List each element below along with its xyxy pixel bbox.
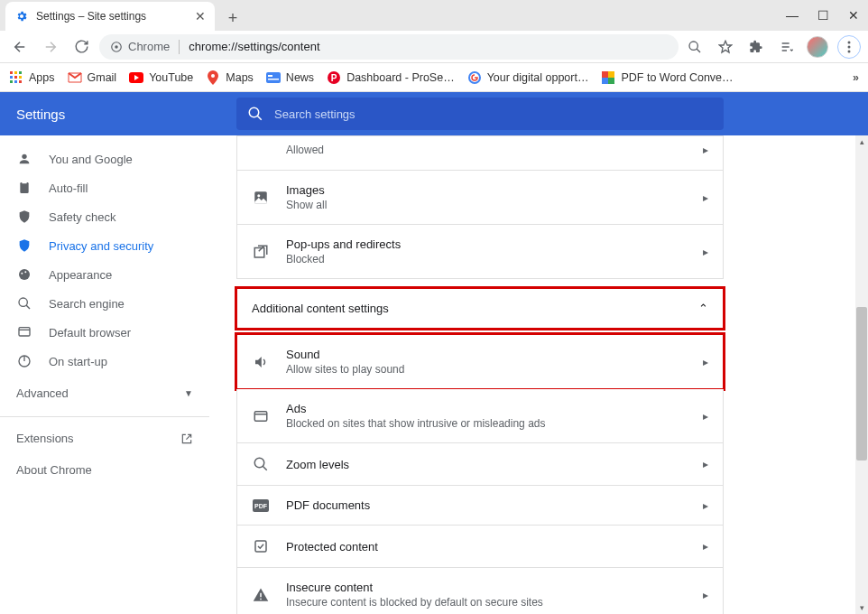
svg-rect-25 — [602, 78, 608, 84]
bookmark-digital[interactable]: Your digital opport… — [467, 70, 589, 85]
setting-row-insecure[interactable]: Insecure contentInsecure content is bloc… — [236, 568, 724, 614]
setting-row-images[interactable]: ImagesShow all ▸ — [236, 171, 724, 225]
bookmark-pdf[interactable]: PDF to Word Conve… — [601, 70, 733, 85]
sound-icon — [252, 354, 270, 370]
gear-icon — [14, 9, 29, 23]
sidebar-item-autofill[interactable]: Auto-fill — [0, 173, 209, 202]
warning-icon — [252, 587, 270, 603]
svg-rect-14 — [19, 80, 22, 83]
bookmark-apps[interactable]: Apps — [9, 70, 55, 85]
sidebar-item-privacy[interactable]: Privacy and security — [0, 231, 209, 260]
sidebar-advanced-toggle[interactable]: Advanced▼ — [0, 376, 209, 411]
svg-point-32 — [21, 273, 23, 274]
sidebar-item-appearance[interactable]: Appearance — [0, 260, 209, 289]
image-icon — [252, 190, 270, 206]
minimize-button[interactable]: — — [785, 8, 799, 23]
sidebar-extensions-link[interactable]: Extensions — [0, 423, 209, 454]
address-bar[interactable]: Chrome chrome://settings/content — [99, 34, 679, 60]
chevron-right-icon: ▸ — [703, 144, 708, 156]
browser-tab[interactable]: Settings – Site settings ✕ — [5, 2, 215, 31]
pdf-doc-icon: PDF — [252, 499, 270, 512]
bookmark-gmail[interactable]: Gmail — [68, 70, 117, 85]
svg-rect-39 — [254, 247, 264, 257]
svg-rect-17 — [266, 72, 281, 83]
protected-icon — [252, 538, 270, 554]
sidebar-about-link[interactable]: About Chrome — [0, 454, 209, 486]
youtube-icon — [129, 70, 143, 85]
svg-point-33 — [24, 271, 26, 273]
svg-point-27 — [249, 107, 259, 117]
bookmark-star-icon[interactable] — [715, 36, 736, 58]
chevron-right-icon: ▸ — [703, 246, 708, 258]
maximize-button[interactable]: ☐ — [816, 8, 830, 23]
maps-icon — [206, 70, 220, 85]
svg-rect-30 — [22, 181, 26, 184]
bookmark-maps[interactable]: Maps — [206, 70, 254, 85]
svg-rect-44 — [255, 541, 266, 552]
chevron-right-icon: ▸ — [703, 458, 708, 470]
sidebar-item-default-browser[interactable]: Default browser — [0, 318, 209, 347]
svg-rect-24 — [608, 71, 614, 78]
bookmarks-bar: Apps Gmail YouTube Maps News PDashboard … — [0, 63, 868, 92]
chevron-right-icon: ▸ — [703, 356, 708, 368]
new-tab-button[interactable]: + — [220, 5, 245, 31]
setting-row-pdf[interactable]: PDF PDF documents ▸ — [236, 486, 724, 526]
svg-point-2 — [689, 42, 697, 50]
profile-avatar[interactable] — [807, 36, 828, 58]
svg-rect-6 — [10, 71, 13, 74]
search-icon — [247, 106, 263, 122]
setting-row-zoom[interactable]: Zoom levels ▸ — [236, 443, 724, 486]
svg-point-4 — [848, 45, 851, 48]
bookmark-news[interactable]: News — [266, 70, 314, 85]
chevron-right-icon: ▸ — [703, 499, 708, 512]
back-button[interactable] — [7, 34, 32, 60]
zoom-icon — [252, 456, 270, 472]
setting-row-ads[interactable]: AdsBlocked on sites that show intrusive … — [236, 389, 724, 443]
svg-point-1 — [115, 45, 118, 49]
setting-row-protected[interactable]: Protected content ▸ — [236, 526, 724, 568]
svg-text:PDF: PDF — [254, 503, 268, 509]
popup-icon — [252, 244, 270, 260]
extensions-icon[interactable] — [745, 36, 767, 58]
chevron-right-icon: ▸ — [703, 191, 708, 204]
close-tab-icon[interactable]: ✕ — [195, 9, 206, 23]
bookmark-dashboard[interactable]: PDashboard - ProSe… — [327, 70, 455, 85]
toolbar: Chrome chrome://settings/content — [0, 31, 868, 63]
search-settings-input[interactable]: Search settings — [236, 98, 724, 130]
setting-row-javascript[interactable]: • Allowed ▸ — [236, 135, 724, 171]
svg-point-41 — [254, 458, 264, 468]
chevron-right-icon: ▸ — [703, 589, 708, 601]
setting-row-popups[interactable]: Pop-ups and redirectsBlocked ▸ — [236, 225, 724, 279]
scrollbar-down-icon[interactable]: ▾ — [855, 601, 868, 614]
zoom-icon[interactable] — [684, 36, 706, 58]
settings-main-panel: • Allowed ▸ ImagesShow all ▸ Pop-ups and… — [209, 135, 868, 614]
svg-point-5 — [848, 50, 851, 52]
bookmarks-overflow[interactable]: » — [853, 71, 859, 84]
window-titlebar: Settings – Site settings ✕ + — ☐ ✕ — [0, 0, 868, 31]
svg-rect-7 — [14, 71, 17, 74]
additional-content-header[interactable]: Additional content settings ⌃ — [236, 288, 724, 329]
scrollbar-up-icon[interactable]: ▴ — [855, 135, 868, 148]
sidebar-item-you-google[interactable]: You and Google — [0, 144, 209, 173]
svg-point-38 — [257, 194, 260, 197]
setting-row-sound[interactable]: SoundAllow sites to play sound ▸ — [236, 334, 724, 389]
bookmark-youtube[interactable]: YouTube — [129, 70, 193, 85]
sidebar-item-safety[interactable]: Safety check — [0, 202, 209, 231]
sidebar-item-startup[interactable]: On start-up — [0, 347, 209, 376]
site-chip: Chrome — [110, 40, 170, 53]
sidebar-item-search-engine[interactable]: Search engine — [0, 289, 209, 318]
reading-list-icon[interactable] — [776, 36, 798, 58]
palette-icon — [16, 267, 32, 282]
svg-point-3 — [848, 41, 851, 43]
forward-button[interactable] — [38, 34, 63, 60]
chrome-menu-button[interactable] — [837, 35, 861, 59]
scrollbar-thumb[interactable] — [856, 307, 867, 460]
apps-icon — [9, 70, 23, 85]
shield-icon — [16, 238, 32, 253]
svg-point-31 — [19, 269, 30, 280]
reload-button[interactable] — [69, 34, 94, 60]
svg-rect-26 — [608, 78, 614, 84]
pdf-icon — [601, 70, 615, 85]
svg-rect-11 — [19, 76, 22, 79]
close-window-button[interactable]: ✕ — [846, 8, 861, 23]
